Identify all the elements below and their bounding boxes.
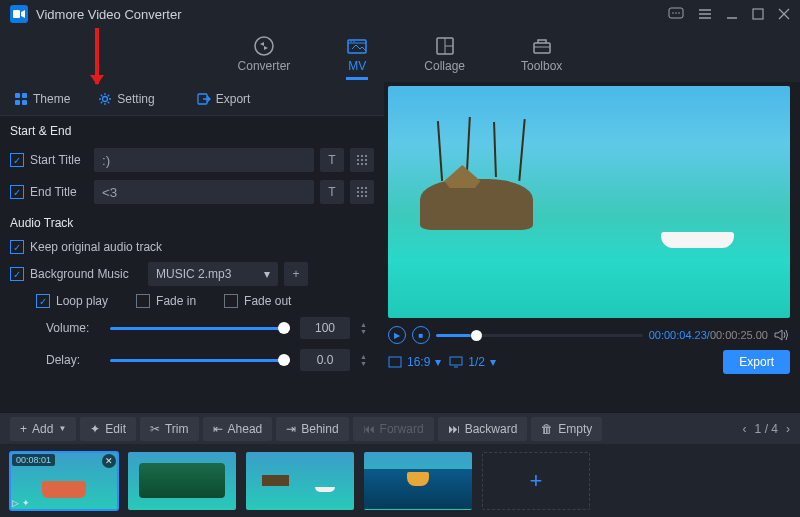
svg-point-12 bbox=[255, 37, 273, 55]
export-button[interactable]: Export bbox=[723, 350, 790, 374]
settings-panel: Theme Setting Export Start & End ✓ Start… bbox=[0, 82, 384, 412]
volume-spinner[interactable]: ▲▼ bbox=[360, 317, 374, 339]
wand-icon: ✦ bbox=[90, 422, 100, 436]
svg-point-31 bbox=[357, 159, 359, 161]
arrow-right-bar-icon: ⇥ bbox=[286, 422, 296, 436]
collage-icon bbox=[434, 35, 456, 57]
tab-export[interactable]: Export bbox=[185, 85, 263, 113]
svg-point-29 bbox=[361, 155, 363, 157]
checkbox-fade-in[interactable]: ✓ bbox=[136, 294, 150, 308]
stop-button[interactable]: ■ bbox=[412, 326, 430, 344]
svg-point-39 bbox=[365, 187, 367, 189]
backward-button[interactable]: ⏭Backward bbox=[438, 417, 528, 441]
keep-original-label: Keep original audio track bbox=[30, 240, 162, 254]
chevron-down-icon: ▾ bbox=[435, 355, 441, 369]
timeline[interactable] bbox=[436, 334, 643, 337]
checkbox-fade-out[interactable]: ✓ bbox=[224, 294, 238, 308]
tab-theme[interactable]: Theme bbox=[2, 85, 82, 113]
mv-icon bbox=[346, 35, 368, 57]
clip-thumbnail[interactable]: 00:08:01 ✕ ▷ ✦ bbox=[10, 452, 118, 510]
nav-mv[interactable]: MV bbox=[346, 35, 368, 80]
section-audio-track: Audio Track bbox=[0, 208, 384, 236]
ahead-button[interactable]: ⇤Ahead bbox=[203, 417, 273, 441]
add-music-button[interactable]: + bbox=[284, 262, 308, 286]
app-title: Vidmore Video Converter bbox=[36, 7, 668, 22]
add-clip-button[interactable]: + bbox=[482, 452, 590, 510]
empty-button[interactable]: 🗑Empty bbox=[531, 417, 602, 441]
edit-button[interactable]: ✦Edit bbox=[80, 417, 136, 441]
volume-icon[interactable] bbox=[774, 328, 790, 342]
svg-rect-0 bbox=[13, 10, 20, 18]
nav-converter[interactable]: Converter bbox=[238, 35, 291, 80]
add-button[interactable]: +Add▼ bbox=[10, 417, 76, 441]
delay-spinner[interactable]: ▲▼ bbox=[360, 349, 374, 371]
svg-point-28 bbox=[357, 155, 359, 157]
export-icon bbox=[197, 92, 211, 106]
svg-point-41 bbox=[361, 191, 363, 193]
checkbox-bg-music[interactable]: ✓ bbox=[10, 267, 24, 281]
delay-value[interactable]: 0.0 bbox=[300, 349, 350, 371]
start-title-label: Start Title bbox=[30, 153, 88, 167]
behind-button[interactable]: ⇥Behind bbox=[276, 417, 348, 441]
svg-point-33 bbox=[365, 159, 367, 161]
text-style-button[interactable]: T bbox=[320, 180, 344, 204]
chevron-down-icon: ▾ bbox=[264, 267, 270, 281]
svg-point-16 bbox=[354, 40, 355, 41]
screen-scale-select[interactable]: 1/2 ▾ bbox=[449, 355, 496, 369]
toolbox-icon bbox=[531, 35, 553, 57]
menu-icon[interactable] bbox=[698, 8, 712, 20]
svg-rect-47 bbox=[450, 357, 462, 365]
close-icon[interactable] bbox=[778, 8, 790, 20]
delay-slider[interactable] bbox=[110, 359, 290, 362]
remove-clip-icon[interactable]: ✕ bbox=[102, 454, 116, 468]
play-button[interactable]: ▶ bbox=[388, 326, 406, 344]
feedback-icon[interactable] bbox=[668, 7, 684, 21]
svg-point-2 bbox=[672, 12, 674, 14]
nav-collage[interactable]: Collage bbox=[424, 35, 465, 80]
volume-value[interactable]: 100 bbox=[300, 317, 350, 339]
maximize-icon[interactable] bbox=[752, 8, 764, 20]
preview-panel: ▶ ■ 00:00:04.23/00:00:25.00 16:9 ▾ 1/2 ▾… bbox=[384, 82, 800, 412]
checkbox-loop[interactable]: ✓ bbox=[36, 294, 50, 308]
svg-point-38 bbox=[361, 187, 363, 189]
main-nav: Converter MV Collage Toolbox bbox=[0, 28, 800, 82]
checkbox-start-title[interactable]: ✓ bbox=[10, 153, 24, 167]
svg-point-4 bbox=[678, 12, 680, 14]
annotation-arrow bbox=[95, 28, 99, 84]
thumb-play-controls[interactable]: ▷ ✦ bbox=[12, 498, 30, 508]
pager: ‹ 1 / 4 › bbox=[743, 422, 790, 436]
svg-rect-25 bbox=[22, 100, 27, 105]
svg-point-40 bbox=[357, 191, 359, 193]
app-logo bbox=[10, 5, 28, 23]
end-title-input[interactable] bbox=[94, 180, 314, 204]
skip-back-icon: ⏮ bbox=[363, 422, 375, 436]
checkbox-keep-original[interactable]: ✓ bbox=[10, 240, 24, 254]
aspect-icon bbox=[388, 356, 402, 368]
page-next[interactable]: › bbox=[786, 422, 790, 436]
music-select[interactable]: MUSIC 2.mp3 ▾ bbox=[148, 262, 278, 286]
svg-rect-23 bbox=[22, 93, 27, 98]
aspect-ratio-select[interactable]: 16:9 ▾ bbox=[388, 355, 441, 369]
svg-point-34 bbox=[357, 163, 359, 165]
video-preview[interactable] bbox=[388, 86, 790, 318]
page-prev[interactable]: ‹ bbox=[743, 422, 747, 436]
position-button[interactable] bbox=[350, 180, 374, 204]
forward-button[interactable]: ⏮Forward bbox=[353, 417, 434, 441]
nav-toolbox[interactable]: Toolbox bbox=[521, 35, 562, 80]
text-style-button[interactable]: T bbox=[320, 148, 344, 172]
position-button[interactable] bbox=[350, 148, 374, 172]
clip-thumbnail[interactable] bbox=[364, 452, 472, 510]
trim-button[interactable]: ✂Trim bbox=[140, 417, 199, 441]
minimize-icon[interactable] bbox=[726, 8, 738, 20]
chevron-down-icon: ▼ bbox=[58, 424, 66, 433]
svg-point-45 bbox=[365, 195, 367, 197]
svg-rect-22 bbox=[15, 93, 20, 98]
volume-slider[interactable] bbox=[110, 327, 290, 330]
converter-icon bbox=[253, 35, 275, 57]
clip-thumbnail[interactable] bbox=[128, 452, 236, 510]
clip-thumbnails: 00:08:01 ✕ ▷ ✦ + bbox=[0, 444, 800, 517]
checkbox-end-title[interactable]: ✓ bbox=[10, 185, 24, 199]
start-title-input[interactable] bbox=[94, 148, 314, 172]
svg-point-35 bbox=[361, 163, 363, 165]
clip-thumbnail[interactable] bbox=[246, 452, 354, 510]
